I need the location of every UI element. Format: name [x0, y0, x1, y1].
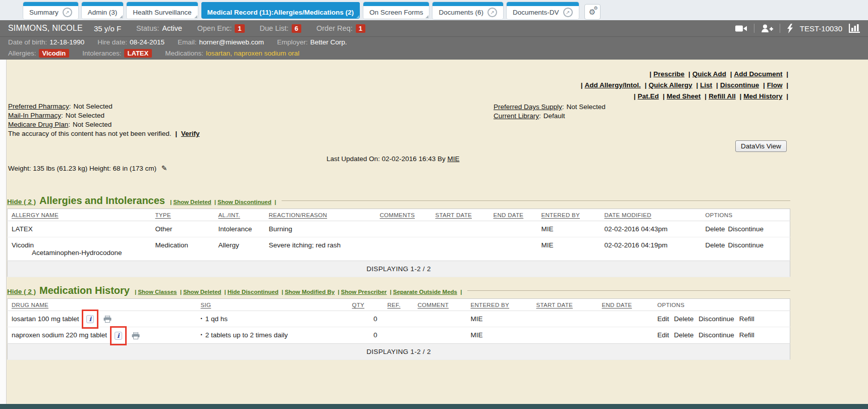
med-history-link[interactable]: Med History: [743, 92, 782, 100]
edit-link[interactable]: Edit: [658, 331, 669, 339]
flowsheet-chart-icon[interactable]: [849, 24, 860, 33]
external-link-icon[interactable]: ↗: [563, 8, 573, 17]
allergies-hide-link[interactable]: Hide ( 2 ): [7, 198, 36, 206]
external-link-icon[interactable]: ↗: [487, 8, 497, 17]
col-comment[interactable]: COMMENT: [414, 299, 467, 311]
drug-info-icon[interactable]: i: [115, 332, 122, 340]
col-start-date[interactable]: START DATE: [532, 299, 598, 311]
edit-vitals-pencil-icon[interactable]: ✎: [161, 164, 168, 172]
current-library-link[interactable]: Current Library: [494, 112, 539, 120]
video-camera-icon[interactable]: [735, 25, 747, 32]
discontinue-link[interactable]: Discontinue: [728, 225, 764, 233]
add-person-icon[interactable]: [761, 24, 773, 33]
open-enc-count-badge[interactable]: 1: [235, 24, 244, 33]
col-entered-by[interactable]: ENTERED BY: [537, 209, 601, 221]
discontinue-link[interactable]: Discontinue: [720, 81, 759, 89]
intolerance-badge[interactable]: LATEX: [124, 49, 152, 58]
col-end-date[interactable]: END DATE: [598, 299, 654, 311]
tab-label: Documents (6): [439, 9, 483, 16]
print-monograph-icon[interactable]: [132, 332, 140, 339]
show-deleted-link[interactable]: Show Deleted: [173, 199, 211, 205]
flow-link[interactable]: Flow: [767, 81, 783, 89]
tab-settings-button[interactable]: ⚙ ⚙: [584, 4, 601, 20]
tab-medical-record-active[interactable]: Medical Record (11):Allergies/Medication…: [201, 2, 360, 19]
hide-discontinued-link[interactable]: Hide Discontinued: [228, 289, 279, 295]
add-document-link[interactable]: Add Document: [734, 70, 782, 78]
lightning-bolt-icon[interactable]: [787, 24, 793, 33]
refill-link[interactable]: Refill: [739, 331, 754, 339]
discontinue-link[interactable]: Discontinue: [698, 315, 734, 323]
employer-label: Employer:: [277, 38, 308, 46]
drug-info-icon[interactable]: i: [86, 315, 94, 323]
col-reaction[interactable]: REACTION/REASON: [265, 209, 376, 221]
qty-value: 0: [348, 327, 384, 343]
tab-summary[interactable]: Summary↗: [23, 2, 78, 19]
quick-add-link[interactable]: Quick Add: [692, 70, 726, 78]
separate-outside-meds-link[interactable]: Separate Outside Meds: [393, 289, 457, 295]
tab-documents[interactable]: Documents (6)↗: [432, 2, 503, 19]
gear-small-icon: ⚙: [593, 6, 598, 11]
delete-link[interactable]: Delete: [674, 331, 694, 339]
col-start-date[interactable]: START DATE: [431, 209, 490, 221]
show-deleted-link[interactable]: Show Deleted: [183, 289, 221, 295]
datavis-view-button[interactable]: DataVis View: [735, 140, 787, 152]
verify-link[interactable]: Verify: [181, 130, 200, 137]
col-ref[interactable]: REF.: [384, 299, 414, 311]
refill-all-link[interactable]: Refill All: [709, 92, 736, 100]
delete-link[interactable]: Delete: [674, 315, 694, 323]
show-modified-by-link[interactable]: Show Modified By: [285, 289, 335, 295]
delete-link[interactable]: Delete: [706, 241, 725, 249]
discontinue-link[interactable]: Discontinue: [728, 241, 764, 249]
col-entered-by[interactable]: ENTERED BY: [467, 299, 532, 311]
quick-allergy-link[interactable]: Quick Allergy: [648, 81, 692, 89]
external-link-icon[interactable]: ↗: [63, 8, 72, 17]
medications-list-link[interactable]: losartan, naproxen sodium oral: [206, 49, 299, 57]
vitals-text: Weight: 135 lbs (61.23 kg) Height: 68 in…: [8, 164, 167, 172]
preferred-days-supply-link[interactable]: Preferred Days Supply: [494, 103, 562, 111]
tab-documents-dv[interactable]: Documents-DV↗: [507, 2, 579, 19]
due-list-count-badge[interactable]: 6: [292, 24, 301, 33]
list-link[interactable]: List: [700, 81, 712, 89]
allergy-generic-name: Acetaminophen-Hydrocodone: [12, 249, 147, 257]
mail-in-pharmacy-link[interactable]: Mail-In Pharmacy: [8, 112, 61, 119]
add-allergy-intol-link[interactable]: Add Allergy/Intol.: [584, 81, 640, 89]
order-req-count-badge[interactable]: 1: [356, 24, 365, 33]
tab-on-screen-forms[interactable]: On Screen Forms: [363, 2, 429, 19]
tab-admin[interactable]: Admin (3): [82, 2, 124, 19]
open-enc-label: Open Enc:: [197, 24, 232, 32]
col-date-modified[interactable]: DATE MODIFIED: [601, 209, 701, 221]
allergy-badge[interactable]: Vicodin: [39, 49, 70, 58]
col-type[interactable]: TYPE: [151, 209, 214, 221]
sig-text: 2 tablets up to 2 times daily: [205, 331, 288, 339]
discontinue-link[interactable]: Discontinue: [698, 331, 734, 339]
tab-health-surveillance[interactable]: Health Surveillance: [127, 2, 197, 19]
tab-accent-strip: [201, 2, 360, 6]
med-sheet-link[interactable]: Med Sheet: [667, 92, 701, 100]
delete-link[interactable]: Delete: [706, 225, 725, 233]
show-discontinued-link[interactable]: Show Discontinued: [218, 199, 272, 205]
show-classes-link[interactable]: Show Classes: [138, 289, 177, 295]
tab-accent-strip: [363, 2, 429, 6]
col-end-date[interactable]: END DATE: [490, 209, 537, 221]
medications-hide-link[interactable]: Hide ( 2 ): [7, 288, 36, 295]
preferred-pharmacy-link[interactable]: Preferred Pharmacy: [8, 103, 69, 110]
col-al-int[interactable]: AL./INT.: [214, 209, 265, 221]
intolerances-label: Intolerances:: [82, 49, 121, 57]
edit-link[interactable]: Edit: [658, 315, 669, 323]
col-qty[interactable]: QTY: [348, 299, 384, 311]
col-drug-name[interactable]: DRUG NAME: [8, 299, 197, 311]
tab-dropdown-corner-icon: [356, 15, 359, 18]
updated-by-link[interactable]: MIE: [447, 155, 459, 163]
col-allergy-name[interactable]: ALLERGY NAME: [8, 209, 151, 221]
pat-ed-link[interactable]: Pat.Ed: [638, 92, 659, 100]
tab-accent-strip: [507, 2, 579, 6]
show-prescriber-link[interactable]: Show Prescriber: [341, 289, 387, 295]
patient-header-bar: SIMMONS, NICOLE 35 y/o F Status:Active O…: [0, 20, 868, 36]
col-sig[interactable]: SIG: [197, 299, 348, 311]
refill-link[interactable]: Refill: [739, 315, 754, 323]
allergies-section-header: Hide ( 2 ) Allergies and Intolerances |S…: [7, 195, 790, 207]
prescribe-link[interactable]: Prescribe: [654, 70, 685, 78]
col-comments[interactable]: COMMENTS: [376, 209, 431, 221]
medicare-drug-plan-link[interactable]: Medicare Drug Plan: [8, 121, 68, 128]
print-monograph-icon[interactable]: [103, 316, 112, 323]
